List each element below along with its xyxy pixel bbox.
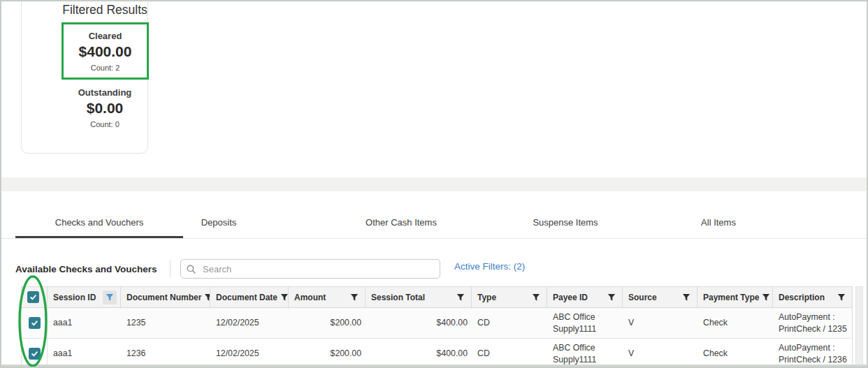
column-header: Description <box>773 287 852 307</box>
column-header: Document Date <box>210 287 289 307</box>
checks-vouchers-table: Session ID Document Number Document Date… <box>21 286 853 368</box>
tab-suspense-items[interactable]: Suspense Items <box>533 217 598 228</box>
cleared-count: Count: 2 <box>91 64 120 72</box>
column-header: Source <box>623 287 697 307</box>
column-label: Session Total <box>371 293 425 302</box>
filter-funnel-icon[interactable] <box>529 290 543 304</box>
active-filters-link[interactable]: Active Filters: (2) <box>454 261 525 272</box>
cell-session-total: $400.00 <box>366 308 472 338</box>
cell-document-date: 12/02/2025 <box>210 339 289 368</box>
column-header: Payee ID <box>547 287 623 307</box>
card-title: Filtered Results <box>41 3 168 17</box>
table-body: aaa1123512/02/2025$200.00$400.00CDABC Of… <box>22 308 852 368</box>
cleared-label: Cleared <box>89 31 122 41</box>
table-row[interactable]: aaa1123612/02/2025$200.00$400.00CDABC Of… <box>22 339 852 368</box>
filter-funnel-icon[interactable] <box>454 290 468 304</box>
row-checkbox[interactable] <box>29 348 41 360</box>
column-label: Document Number <box>126 293 201 302</box>
column-header: Amount <box>289 287 366 307</box>
column-label: Payee ID <box>553 293 588 302</box>
filter-funnel-icon[interactable] <box>605 290 619 304</box>
checkmark-icon <box>29 293 37 301</box>
outstanding-amount: $0.00 <box>87 100 124 117</box>
cell-payment-type: Check <box>697 308 773 338</box>
column-label: Amount <box>294 293 326 302</box>
column-label: Payment Type <box>703 293 759 302</box>
cell-payee-id: ABC Office Supply1111 <box>547 339 623 368</box>
column-header: Session Total <box>366 287 472 307</box>
outstanding-label: Outstanding <box>78 87 132 98</box>
column-label: Type <box>477 293 496 302</box>
tab-all-items[interactable]: All Items <box>701 217 736 228</box>
cell-type: CD <box>472 339 547 368</box>
toolbar-divider <box>170 260 171 277</box>
search-box <box>180 259 440 279</box>
filtered-results-card: Filtered Results Cleared $400.00 Count: … <box>21 0 148 154</box>
cell-document-number: 1236 <box>121 339 210 368</box>
filter-funnel-icon[interactable] <box>103 290 117 304</box>
filter-funnel-icon[interactable] <box>759 290 773 304</box>
search-input[interactable] <box>201 263 434 275</box>
cell-session-id: aaa1 <box>48 339 121 368</box>
vertical-scrollbar[interactable] <box>855 286 863 365</box>
column-label: Source <box>628 293 657 302</box>
cleared-amount: $400.00 <box>79 43 132 60</box>
outstanding-count: Count: 0 <box>90 120 120 128</box>
cell-description: AutoPayment : PrintCheck / 1236 <box>773 339 852 368</box>
cell-amount: $200.00 <box>289 308 366 338</box>
app-window: Filtered Results Cleared $400.00 Count: … <box>0 0 868 368</box>
column-header: Payment Type <box>697 287 773 307</box>
column-label: Session ID <box>53 293 96 302</box>
cell-payment-type: Check <box>697 339 773 368</box>
column-label: Document Date <box>216 293 277 302</box>
checkmark-icon <box>31 319 38 327</box>
outstanding-summary: Outstanding $0.00 Count: 0 <box>41 87 168 128</box>
section-title: Available Checks and Vouchers <box>15 264 157 274</box>
tab-deposits[interactable]: Deposits <box>201 217 237 228</box>
column-header: Document Number <box>121 287 210 307</box>
cleared-summary-annotation-box: Cleared $400.00 Count: 2 <box>62 22 149 80</box>
select-all-checkbox[interactable] <box>27 291 39 303</box>
filter-funnel-icon[interactable] <box>347 290 361 304</box>
checkbox-cell <box>22 308 48 338</box>
tab-checks-and-vouchers[interactable]: Checks and Vouchers <box>55 217 143 228</box>
cell-session-total: $400.00 <box>366 339 472 368</box>
tab-other-cash-items[interactable]: Other Cash Items <box>366 217 437 228</box>
filter-funnel-icon[interactable] <box>679 290 693 304</box>
search-icon <box>187 265 196 274</box>
filter-funnel-icon[interactable] <box>201 290 210 304</box>
filter-funnel-icon[interactable] <box>277 290 289 304</box>
horizontal-scrollbar[interactable] <box>1 365 867 368</box>
cell-source: V <box>623 339 697 368</box>
column-label: Description <box>779 293 825 302</box>
select-all-header-cell <box>22 287 48 307</box>
cell-payee-id: ABC Office Supply1111 <box>547 308 623 338</box>
table-header-row: Session ID Document Number Document Date… <box>22 287 852 308</box>
checkmark-icon <box>31 350 38 358</box>
column-header: Session ID <box>48 287 121 307</box>
cell-document-date: 12/02/2025 <box>210 308 289 338</box>
cell-source: V <box>623 308 697 338</box>
table-row[interactable]: aaa1123512/02/2025$200.00$400.00CDABC Of… <box>22 308 852 339</box>
cell-description: AutoPayment : PrintCheck / 1235 <box>773 308 852 338</box>
column-header: Type <box>472 287 547 307</box>
row-checkbox[interactable] <box>29 317 41 329</box>
cell-type: CD <box>472 308 547 338</box>
cell-amount: $200.00 <box>289 339 366 368</box>
checkbox-cell <box>22 339 48 368</box>
tab-baseline <box>1 238 867 239</box>
filter-funnel-icon[interactable] <box>834 290 848 304</box>
cell-document-number: 1235 <box>121 308 210 338</box>
cell-session-id: aaa1 <box>48 308 121 338</box>
section-divider-band <box>1 177 867 191</box>
tab-bar: Checks and VouchersDepositsOther Cash It… <box>1 211 867 239</box>
